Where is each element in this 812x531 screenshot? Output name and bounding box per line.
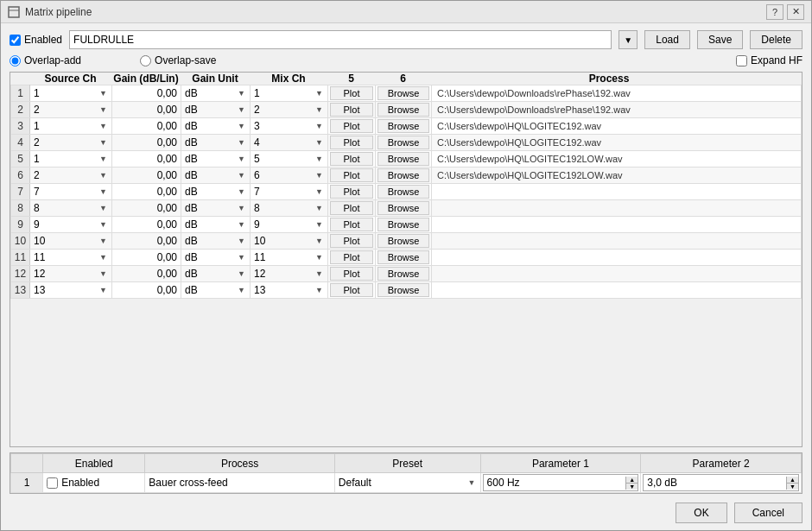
overlap-save-label[interactable]: Overlap-save bbox=[140, 54, 216, 66]
unit-dropdown-arrow[interactable]: ▼ bbox=[238, 171, 248, 180]
source-cell[interactable]: 1 ▼ bbox=[30, 151, 112, 168]
bottom-param2-cell[interactable]: 3,0 dB ▲ ▼ bbox=[641, 473, 802, 493]
source-dropdown-arrow[interactable]: ▼ bbox=[99, 89, 110, 98]
param1-down-arrow[interactable]: ▼ bbox=[626, 484, 638, 490]
enabled-checkbox[interactable] bbox=[10, 35, 21, 46]
unit-dropdown-arrow[interactable]: ▼ bbox=[238, 122, 248, 130]
mix-cell[interactable]: 13 ▼ bbox=[251, 282, 328, 299]
ok-button[interactable]: OK bbox=[676, 503, 726, 523]
browse-button[interactable]: Browse bbox=[377, 152, 429, 166]
mix-dropdown-arrow[interactable]: ▼ bbox=[315, 171, 326, 180]
param1-up-arrow[interactable]: ▲ bbox=[626, 477, 638, 484]
plot-cell[interactable]: Plot bbox=[328, 168, 376, 184]
source-cell[interactable]: 8 ▼ bbox=[30, 200, 112, 217]
source-dropdown-arrow[interactable]: ▼ bbox=[99, 286, 110, 294]
unit-cell[interactable]: dB ▼ bbox=[181, 118, 251, 135]
gain-cell[interactable]: 0,00 bbox=[112, 250, 181, 266]
plot-button[interactable]: Plot bbox=[330, 119, 373, 133]
browse-cell[interactable]: Browse bbox=[376, 217, 432, 233]
mix-cell[interactable]: 4 ▼ bbox=[251, 135, 328, 151]
source-cell[interactable]: 1 ▼ bbox=[30, 118, 112, 135]
plot-button[interactable]: Plot bbox=[330, 283, 373, 297]
plot-cell[interactable]: Plot bbox=[328, 250, 376, 266]
mix-cell[interactable]: 12 ▼ bbox=[251, 266, 328, 282]
browse-cell[interactable]: Browse bbox=[376, 118, 432, 135]
source-cell[interactable]: 13 ▼ bbox=[30, 282, 112, 299]
browse-cell[interactable]: Browse bbox=[376, 135, 432, 151]
source-cell[interactable]: 2 ▼ bbox=[30, 102, 112, 118]
plot-button[interactable]: Plot bbox=[330, 234, 373, 248]
browse-cell[interactable]: Browse bbox=[376, 200, 432, 217]
mix-dropdown-arrow[interactable]: ▼ bbox=[315, 286, 326, 294]
gain-cell[interactable]: 0,00 bbox=[112, 102, 181, 118]
gain-cell[interactable]: 0,00 bbox=[112, 184, 181, 200]
source-dropdown-arrow[interactable]: ▼ bbox=[99, 187, 110, 196]
param2-down-arrow[interactable]: ▼ bbox=[787, 484, 798, 490]
browse-button[interactable]: Browse bbox=[377, 136, 429, 149]
browse-cell[interactable]: Browse bbox=[376, 233, 432, 250]
unit-cell[interactable]: dB ▼ bbox=[181, 266, 251, 282]
plot-cell[interactable]: Plot bbox=[328, 217, 376, 233]
mix-dropdown-arrow[interactable]: ▼ bbox=[315, 187, 326, 196]
mix-cell[interactable]: 6 ▼ bbox=[251, 168, 328, 184]
source-cell[interactable]: 12 ▼ bbox=[30, 266, 112, 282]
browse-cell[interactable]: Browse bbox=[376, 85, 432, 102]
bottom-enabled-cell[interactable]: Enabled bbox=[43, 473, 145, 493]
source-dropdown-arrow[interactable]: ▼ bbox=[99, 171, 110, 180]
unit-dropdown-arrow[interactable]: ▼ bbox=[238, 138, 248, 147]
cancel-button[interactable]: Cancel bbox=[734, 503, 802, 523]
browse-cell[interactable]: Browse bbox=[376, 168, 432, 184]
unit-cell[interactable]: dB ▼ bbox=[181, 282, 251, 299]
gain-cell[interactable]: 0,00 bbox=[112, 217, 181, 233]
mix-cell[interactable]: 7 ▼ bbox=[251, 184, 328, 200]
overlap-save-radio[interactable] bbox=[140, 55, 151, 66]
unit-cell[interactable]: dB ▼ bbox=[181, 168, 251, 184]
mix-cell[interactable]: 9 ▼ bbox=[251, 217, 328, 233]
gain-cell[interactable]: 0,00 bbox=[112, 85, 181, 102]
plot-button[interactable]: Plot bbox=[330, 218, 373, 231]
unit-dropdown-arrow[interactable]: ▼ bbox=[238, 89, 248, 98]
preset-dropdown-arrow[interactable]: ▼ bbox=[468, 478, 479, 487]
mix-cell[interactable]: 8 ▼ bbox=[251, 200, 328, 217]
load-button[interactable]: Load bbox=[644, 30, 690, 49]
plot-cell[interactable]: Plot bbox=[328, 102, 376, 118]
gain-cell[interactable]: 0,00 bbox=[112, 282, 181, 299]
source-dropdown-arrow[interactable]: ▼ bbox=[99, 105, 110, 114]
gain-cell[interactable]: 0,00 bbox=[112, 135, 181, 151]
source-dropdown-arrow[interactable]: ▼ bbox=[99, 138, 110, 147]
plot-button[interactable]: Plot bbox=[330, 250, 373, 264]
source-cell[interactable]: 2 ▼ bbox=[30, 135, 112, 151]
source-dropdown-arrow[interactable]: ▼ bbox=[99, 237, 110, 245]
browse-button[interactable]: Browse bbox=[377, 168, 429, 182]
source-dropdown-arrow[interactable]: ▼ bbox=[99, 155, 110, 163]
main-table-body[interactable]: 1 1 ▼ 0,00 dB ▼ 1 ▼ Plot Browse C bbox=[10, 85, 802, 446]
mix-dropdown-arrow[interactable]: ▼ bbox=[315, 138, 326, 147]
gain-cell[interactable]: 0,00 bbox=[112, 118, 181, 135]
mix-cell[interactable]: 3 ▼ bbox=[251, 118, 328, 135]
source-cell[interactable]: 10 ▼ bbox=[30, 233, 112, 250]
unit-cell[interactable]: dB ▼ bbox=[181, 200, 251, 217]
unit-cell[interactable]: dB ▼ bbox=[181, 217, 251, 233]
plot-cell[interactable]: Plot bbox=[328, 118, 376, 135]
gain-cell[interactable]: 0,00 bbox=[112, 200, 181, 217]
browse-button[interactable]: Browse bbox=[377, 103, 429, 117]
bottom-enabled-checkbox[interactable] bbox=[47, 477, 58, 489]
source-cell[interactable]: 2 ▼ bbox=[30, 168, 112, 184]
browse-button[interactable]: Browse bbox=[377, 283, 429, 297]
browse-button[interactable]: Browse bbox=[377, 218, 429, 231]
unit-dropdown-arrow[interactable]: ▼ bbox=[238, 105, 248, 114]
plot-cell[interactable]: Plot bbox=[328, 135, 376, 151]
bottom-preset-cell[interactable]: Default ▼ bbox=[334, 473, 480, 493]
browse-cell[interactable]: Browse bbox=[376, 184, 432, 200]
bottom-param1-cell[interactable]: 600 Hz ▲ ▼ bbox=[480, 473, 641, 493]
unit-cell[interactable]: dB ▼ bbox=[181, 135, 251, 151]
mix-dropdown-arrow[interactable]: ▼ bbox=[315, 105, 326, 114]
plot-button[interactable]: Plot bbox=[330, 103, 373, 117]
pipeline-name-input[interactable] bbox=[69, 30, 612, 49]
mix-cell[interactable]: 1 ▼ bbox=[251, 85, 328, 102]
browse-button[interactable]: Browse bbox=[377, 185, 429, 199]
mix-cell[interactable]: 5 ▼ bbox=[251, 151, 328, 168]
overlap-add-label[interactable]: Overlap-add bbox=[10, 54, 81, 66]
param2-up-arrow[interactable]: ▲ bbox=[787, 477, 798, 484]
unit-dropdown-arrow[interactable]: ▼ bbox=[238, 155, 248, 163]
